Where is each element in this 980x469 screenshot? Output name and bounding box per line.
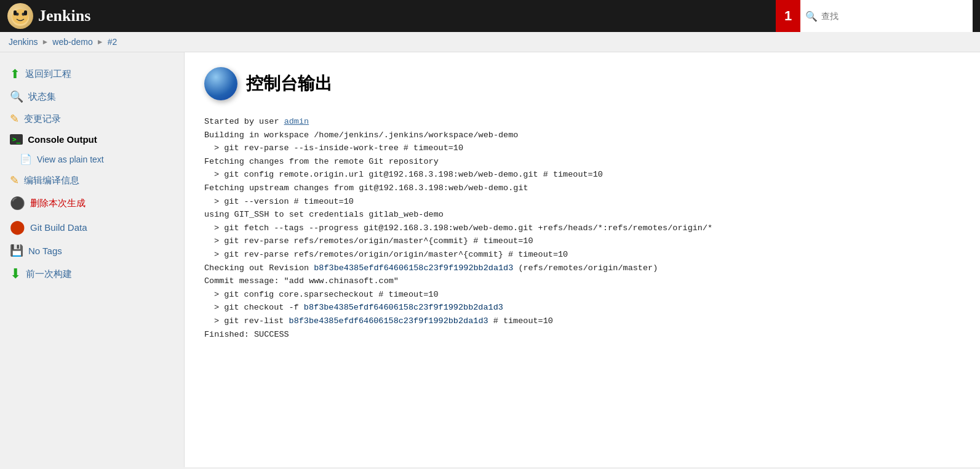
header: Jenkins 1 🔍 [0,0,980,32]
breadcrumb-build-num[interactable]: #2 [108,37,118,47]
sidebar-label-git[interactable]: Git Build Data [30,222,87,233]
jenkins-title: Jenkins [38,7,90,25]
sidebar-item-back-to-project[interactable]: ⬆ 返回到工程 [0,62,184,86]
terminal-icon: >_ [10,134,23,145]
sidebar-item-no-tags[interactable]: 💾 No Tags [0,239,184,262]
sidebar-item-delete-build[interactable]: ⚫ 删除本次生成 [0,191,184,215]
breadcrumb-jenkins[interactable]: Jenkins [9,37,38,47]
jenkins-logo[interactable]: Jenkins [7,3,90,29]
svg-rect-5 [24,10,27,15]
sidebar-item-changes[interactable]: ✎ 变更记录 [0,108,184,130]
sidebar-label-edit-build[interactable]: 编辑编译信息 [24,175,79,186]
sidebar-label-plain-text[interactable]: View as plain text [37,154,104,164]
console-line-17: Finished: SUCCESS [204,328,960,342]
breadcrumb: Jenkins ► web-demo ► #2 [0,32,980,52]
breadcrumb-sep-2: ► [97,38,104,46]
console-line-4: Fetching changes from the remote Git rep… [204,155,960,169]
git-icon: ⬤ [10,219,25,235]
console-line-8: using GIT_SSH to set credentials gitlab_… [204,208,960,222]
search-box[interactable]: 🔍 [800,0,973,32]
up-arrow-icon: ⬆ [10,66,20,81]
breadcrumb-web-demo[interactable]: web-demo [52,37,92,47]
notification-badge[interactable]: 1 [776,0,800,32]
console-line-1: Started by user admin [204,115,960,129]
sidebar-item-git-build-data[interactable]: ⬤ Git Build Data [0,215,184,239]
console-line-10: > git rev-parse refs/remotes/origin/mast… [204,235,960,248]
sidebar-label-prev[interactable]: 前一次构建 [26,268,72,280]
main-content: 控制台输出 Started by user admin Building in … [185,52,980,467]
page-header: 控制台输出 [204,67,960,100]
sidebar-item-prev-build[interactable]: ⬇ 前一次构建 [0,262,184,286]
console-line-7: > git --version # timeout=10 [204,195,960,209]
jenkins-avatar [7,3,33,29]
admin-link[interactable]: admin [284,117,309,126]
sidebar-label-changes[interactable]: 变更记录 [24,113,61,125]
svg-rect-4 [14,10,17,15]
sidebar-label-delete[interactable]: 删除本次生成 [30,198,86,209]
sidebar-label-no-tags[interactable]: No Tags [28,246,62,256]
sidebar-item-status[interactable]: 🔍 状态集 [0,86,184,108]
console-line-9: > git fetch --tags --progress git@192.16… [204,222,960,235]
sidebar-label-back[interactable]: 返回到工程 [25,68,71,80]
delete-icon: ⚫ [10,196,25,210]
document-icon: 📄 [20,153,32,165]
sidebar-item-console-output[interactable]: >_ Console Output [0,130,184,149]
console-line-13: Commit message: "add www.chinasoft.com" [204,275,960,288]
console-output-area: Started by user admin Building in worksp… [204,115,960,341]
pencil-icon: ✎ [10,174,19,187]
prev-icon: ⬇ [10,266,21,282]
magnifier-icon: 🔍 [10,90,23,103]
search-icon: 🔍 [805,10,818,22]
page-icon-ball [204,67,237,100]
edit-icon: ✎ [10,112,19,126]
console-line-3: > git rev-parse --is-inside-work-tree # … [204,142,960,155]
sidebar: ⬆ 返回到工程 🔍 状态集 ✎ 变更记录 >_ Console Output 📄… [0,52,185,467]
console-line-12: Checking out Revision b8f3be4385efdf6460… [204,262,960,275]
sidebar-item-edit-build-info[interactable]: ✎ 编辑编译信息 [0,169,184,191]
tag-icon: 💾 [10,244,23,257]
console-line-5: > git config remote.origin.url git@192.1… [204,168,960,182]
breadcrumb-sep-1: ► [41,38,49,46]
sidebar-item-view-plain-text[interactable]: 📄 View as plain text [0,149,184,169]
console-line-16: > git rev-list b8f3be4385efdf64606158c23… [204,315,960,328]
console-line-14: > git config core.sparsecheckout # timeo… [204,288,960,302]
page-title: 控制台输出 [246,72,332,95]
console-line-2: Building in workspace /home/jenkins/.jen… [204,129,960,142]
console-line-15: > git checkout -f b8f3be4385efdf64606158… [204,301,960,315]
main-layout: ⬆ 返回到工程 🔍 状态集 ✎ 变更记录 >_ Console Output 📄… [0,52,980,467]
sidebar-label-status[interactable]: 状态集 [28,91,56,103]
console-line-11: > git rev-parse refs/remotes/origin/orig… [204,248,960,262]
console-line-6: Fetching upstream changes from git@192.1… [204,182,960,195]
sidebar-label-console: Console Output [28,134,97,145]
search-input[interactable] [821,11,963,21]
